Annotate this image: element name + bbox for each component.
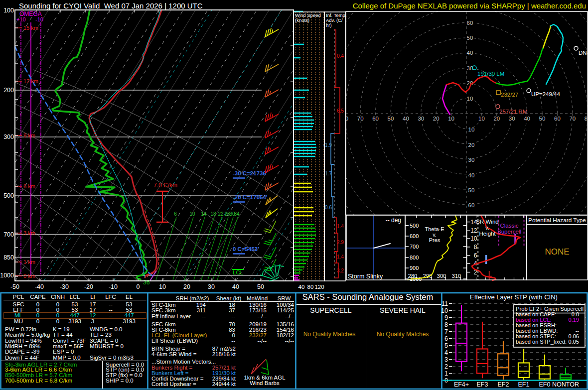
height-label: 0 km (23, 273, 35, 279)
isotherm (0, 10, 134, 281)
hodo-ring-label: 40 (524, 116, 530, 122)
stp-ylabel: 7 (444, 328, 448, 335)
srwind-title: SR Wind (476, 219, 498, 225)
wind-panel-title: (knots) (295, 17, 309, 23)
barb-caption: 1km & 6km AGL (244, 375, 285, 381)
adv-value-label: 1.4 (337, 254, 344, 260)
hodo-marker-label: DN=239/84 (579, 50, 588, 56)
hazard-value: NONE (545, 247, 569, 257)
stp-box-EF4+ (456, 305, 467, 371)
slinky-deg-label: -- deg (386, 217, 401, 224)
brand-link[interactable]: College of DuPage NEXLAB powered via SHA… (353, 1, 586, 10)
barb-staff (265, 90, 279, 97)
motion-value: 257/21 kt (191, 365, 236, 371)
hodo-ring-label: 60 (372, 116, 379, 122)
kin-pair-label: 4-6km SR Wind = (151, 352, 196, 357)
height-label: 15 km (23, 25, 38, 31)
isotherm (15, 10, 183, 281)
srwind-classic-label: Supercell (497, 229, 521, 235)
wetbulb-trace (90, 10, 160, 277)
isotherm (138, 10, 306, 281)
hodo-0-3km (543, 26, 551, 48)
kin-pair-label: BRN Shear = (151, 346, 185, 352)
stp-ylabel: 11 (441, 300, 448, 307)
temp-axis-label: -50 (10, 283, 19, 290)
srwind-ylabel: 10 (470, 235, 477, 242)
sars-hail-result: No Quality Matches (377, 332, 429, 337)
stp-box-EF0 (539, 355, 550, 380)
barb-feather (265, 255, 271, 257)
temp-axis-label: 50 (257, 283, 264, 290)
hodo-ring-label: 30 (418, 116, 424, 122)
stp-ylabel: 4 (444, 349, 448, 356)
hodo-ring-label: 30 (509, 116, 515, 122)
index-value: ESP = 0 (53, 349, 74, 355)
isotherm (0, 10, 73, 281)
wind-axis-label: 120 (314, 284, 324, 290)
hodo-ring (330, 0, 588, 250)
parcel-cell: -- (109, 319, 113, 324)
hodo-ring-label: 10 (448, 116, 454, 122)
stp-legend-label: based on STP_fixed: (516, 339, 567, 345)
thetae-ylabel: 500 (410, 223, 419, 229)
motion-label: Bunkers Right = (151, 365, 192, 371)
hodo-marker-label: 232/27 (501, 92, 518, 98)
stp-plot: Effective Layer STP (with CIN)0123456789… (441, 293, 587, 388)
kin-header: Shear (kt) (216, 296, 242, 301)
isotherm (248, 10, 416, 281)
stp-ylabel: 2 (444, 363, 448, 370)
hodo-marker-circle (527, 89, 531, 93)
height-label: 3 km (23, 230, 35, 236)
thetae-xlabel: 280 (408, 273, 417, 279)
srwind-classic-label: Classic (500, 223, 518, 229)
index-value: MeanW = 5.0g/kg (5, 332, 50, 338)
thetae-ylabel: 900 (410, 265, 419, 271)
mixing-ratio-label: 34 (234, 211, 240, 217)
thetae-xlabel: 310 (452, 273, 461, 279)
parcel-header-el: EL (126, 294, 133, 300)
hodo-ring-label: 10 (478, 116, 485, 122)
hodo-ring-label: 30 (468, 157, 475, 163)
parcel-cell: 0 (56, 319, 59, 324)
sharppy-sounding-app: 6101418222630341002003005007008501000OME… (0, 0, 588, 390)
dry-adiabat (0, 70, 40, 281)
barb-staff (265, 29, 279, 37)
hodo-marker-label: 191/30 LM (477, 71, 504, 77)
motion-label: Bunkers Left = (151, 371, 188, 376)
barb-staff (265, 64, 279, 72)
pressure-label: 200 (3, 87, 14, 94)
adv-value-label: 0.4 (337, 53, 344, 59)
stp-box (539, 366, 550, 379)
index-value: MBURST = 0 (90, 344, 124, 349)
hodo-3-6km (496, 48, 543, 85)
sfc-dewpoint-f-label: 36 (143, 279, 150, 286)
stp-box-EF1 (518, 349, 529, 380)
parcel-section-line2 (1, 361, 147, 361)
sars-supercell-result: No Quality Matches (303, 332, 356, 337)
temp-axis-label: 30 (208, 283, 215, 290)
hodo-marker-circle (496, 105, 500, 109)
page-title: Sounding for CYQI Valid Wed 07 Jan 2026 … (19, 1, 203, 10)
stp-box (498, 354, 509, 375)
stp-ylabel: 5 (444, 342, 448, 349)
pressure-label: 300 (3, 133, 14, 140)
hodo-6-9km (446, 76, 496, 92)
pressure-label: 700 (3, 231, 14, 238)
barb-1km (251, 359, 266, 374)
adv-value-label: 1.4 (337, 224, 344, 229)
temp-axis-label: -20 (84, 283, 93, 290)
parcel-cell: 0 (36, 319, 39, 324)
isotherm (27, 10, 195, 281)
sars-title-underline (296, 304, 441, 305)
sars-supercell-header: SUPERCELL (310, 308, 351, 313)
mixing-ratio-line (194, 217, 214, 280)
hodo-ring-label: 20 (468, 142, 475, 148)
fan-feather (262, 271, 264, 275)
adv-value-label: 6.5 (337, 108, 344, 114)
isotherm (224, 10, 392, 281)
height-label: 1 km (23, 259, 35, 265)
temp-axis-label: -10 (109, 283, 118, 290)
hodo-ring (239, 0, 588, 341)
mixing-ratio-label: 14 (201, 211, 207, 217)
skewt-border (15, 10, 294, 281)
